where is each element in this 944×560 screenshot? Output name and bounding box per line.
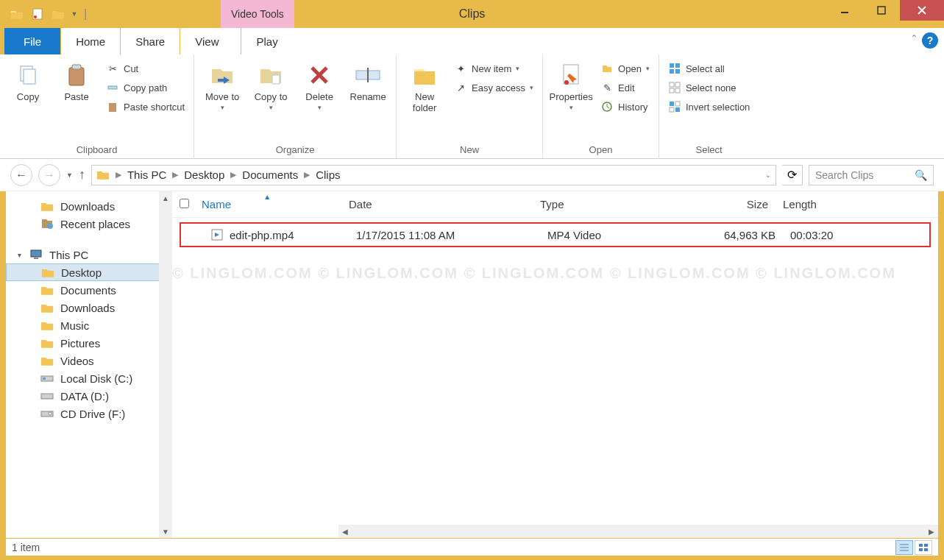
sidebar-item-music[interactable]: Music <box>6 316 172 334</box>
breadcrumb-dropdown[interactable]: ⌄ <box>765 171 771 179</box>
sidebar-item-documents[interactable]: Documents <box>6 281 172 299</box>
help-icon[interactable]: ? <box>922 32 938 49</box>
open-button[interactable]: Open ▾ <box>597 60 653 77</box>
svg-rect-7 <box>24 69 35 84</box>
contextual-tab-videotools[interactable]: Video Tools <box>221 0 294 28</box>
move-to-icon <box>207 60 237 90</box>
sidebar-item-downloads[interactable]: Downloads <box>6 299 172 316</box>
copy-to-button[interactable]: Copy to▾ <box>249 57 293 111</box>
expand-icon[interactable]: ▾ <box>18 251 21 259</box>
chevron-right-icon[interactable]: ▶ <box>227 170 239 180</box>
svg-rect-11 <box>109 103 116 112</box>
scroll-right-icon[interactable]: ▶ <box>925 525 938 538</box>
easy-access-button[interactable]: ↗Easy access ▾ <box>451 79 536 96</box>
qat-folder-icon[interactable] <box>7 4 26 24</box>
svg-rect-37 <box>41 394 53 399</box>
collapse-ribbon-icon[interactable]: ˆ <box>912 34 916 47</box>
tab-share[interactable]: Share <box>121 28 180 54</box>
qat-dropdown[interactable]: ▼ <box>69 4 79 24</box>
new-item-button[interactable]: ✦New item ▾ <box>451 60 536 77</box>
svg-rect-3 <box>878 7 885 14</box>
breadcrumb-clips[interactable]: Clips <box>316 169 340 181</box>
breadcrumb-desktop[interactable]: Desktop <box>184 169 224 181</box>
column-type[interactable]: Type <box>540 198 672 210</box>
icons-view-button[interactable] <box>915 540 932 555</box>
copy-button[interactable]: Copy <box>6 57 50 102</box>
nav-history-dropdown[interactable]: ▼ <box>66 171 73 179</box>
back-button[interactable]: ← <box>10 164 32 186</box>
scroll-left-icon[interactable]: ◀ <box>338 525 352 538</box>
sidebar-item-this-pc[interactable]: ▾This PC <box>6 246 172 263</box>
select-all-button[interactable]: Select all <box>665 60 753 77</box>
up-button[interactable]: ↑ <box>79 167 85 182</box>
details-view-button[interactable] <box>895 540 913 555</box>
select-none-button[interactable]: Select none <box>665 79 753 96</box>
delete-button[interactable]: Delete▾ <box>297 57 341 111</box>
column-size[interactable]: Size <box>672 198 768 210</box>
tab-play[interactable]: Play <box>241 28 292 54</box>
svg-rect-28 <box>670 102 674 106</box>
select-all-checkbox[interactable] <box>180 199 189 208</box>
chevron-right-icon[interactable]: ▶ <box>301 170 313 180</box>
quick-access-toolbar: ▼ | <box>0 4 90 24</box>
file-row[interactable]: edit-php.mp4 1/17/2015 11:08 AM MP4 Vide… <box>180 222 931 247</box>
refresh-button[interactable]: ⟳ <box>782 165 803 185</box>
paste-shortcut-button[interactable]: Paste shortcut <box>103 99 188 115</box>
svg-rect-33 <box>31 250 41 257</box>
svg-rect-46 <box>919 548 923 551</box>
copy-path-button[interactable]: Copy path <box>103 79 188 96</box>
search-placeholder: Search Clips <box>815 169 873 181</box>
sidebar-item-videos[interactable]: Videos <box>6 352 172 369</box>
column-name[interactable]: Name ▲ <box>202 198 349 210</box>
new-folder-button[interactable]: New folder <box>402 57 447 113</box>
sidebar-item-desktop[interactable]: Desktop <box>6 263 172 281</box>
scroll-down-icon[interactable]: ▼ <box>159 525 172 538</box>
ribbon-group-open: Properties▾ Open ▾ ✎Edit History Open <box>543 54 659 158</box>
sidebar-item-pictures[interactable]: Pictures <box>6 334 172 352</box>
sidebar-item-downloads-fav[interactable]: Downloads <box>6 197 172 215</box>
rename-button[interactable]: Rename <box>346 57 390 102</box>
search-icon: 🔍 <box>915 169 927 181</box>
edit-button[interactable]: ✎Edit <box>597 79 653 96</box>
breadcrumb-folder-icon <box>96 169 110 180</box>
scroll-up-icon[interactable]: ▲ <box>159 191 172 205</box>
sidebar-item-cd-drive-f[interactable]: CD Drive (F:) <box>6 405 172 422</box>
chevron-right-icon[interactable]: ▶ <box>169 170 181 180</box>
column-date[interactable]: Date <box>349 198 540 210</box>
qat-new-folder-icon[interactable] <box>49 4 68 24</box>
breadcrumb-this-pc[interactable]: This PC <box>127 169 166 181</box>
close-button[interactable] <box>900 0 944 21</box>
paste-button[interactable]: Paste <box>54 57 99 102</box>
maximize-button[interactable] <box>863 0 900 21</box>
tab-file[interactable]: File <box>4 28 60 54</box>
horizontal-scrollbar[interactable]: ◀ ▶ <box>338 525 938 538</box>
minimize-button[interactable] <box>826 0 863 21</box>
chevron-right-icon[interactable]: ▶ <box>113 170 124 180</box>
invert-selection-icon <box>668 100 681 113</box>
breadcrumb[interactable]: ▶ This PC ▶ Desktop ▶ Documents ▶ Clips … <box>91 165 776 185</box>
breadcrumb-documents[interactable]: Documents <box>242 169 298 181</box>
sidebar-item-recent-places[interactable]: Recent places <box>6 215 172 233</box>
svg-rect-9 <box>72 65 81 69</box>
search-input[interactable]: Search Clips 🔍 <box>809 165 934 185</box>
move-to-button[interactable]: Move to▾ <box>200 57 244 111</box>
sidebar-item-data-d[interactable]: DATA (D:) <box>6 387 172 405</box>
tab-home[interactable]: Home <box>61 28 120 54</box>
sidebar-item-local-disk-c[interactable]: Local Disk (C:) <box>6 369 172 387</box>
rename-icon <box>353 60 383 90</box>
folder-icon <box>40 336 54 350</box>
drive-icon <box>40 389 54 403</box>
forward-button[interactable]: → <box>38 164 60 186</box>
history-button[interactable]: History <box>597 99 653 115</box>
folder-icon <box>40 266 55 279</box>
qat-properties-icon[interactable] <box>28 4 47 24</box>
tab-view[interactable]: View <box>180 28 233 54</box>
column-length[interactable]: Length <box>768 198 849 210</box>
new-item-icon: ✦ <box>454 62 467 75</box>
properties-button[interactable]: Properties▾ <box>549 57 593 111</box>
cut-button[interactable]: ✂Cut <box>103 60 188 77</box>
ribbon-group-new: New folder ✦New item ▾ ↗Easy access ▾ Ne… <box>397 54 543 158</box>
file-date: 1/17/2015 11:08 AM <box>356 229 547 241</box>
sidebar-scrollbar[interactable]: ▲ ▼ <box>159 191 172 538</box>
invert-selection-button[interactable]: Invert selection <box>665 99 753 115</box>
